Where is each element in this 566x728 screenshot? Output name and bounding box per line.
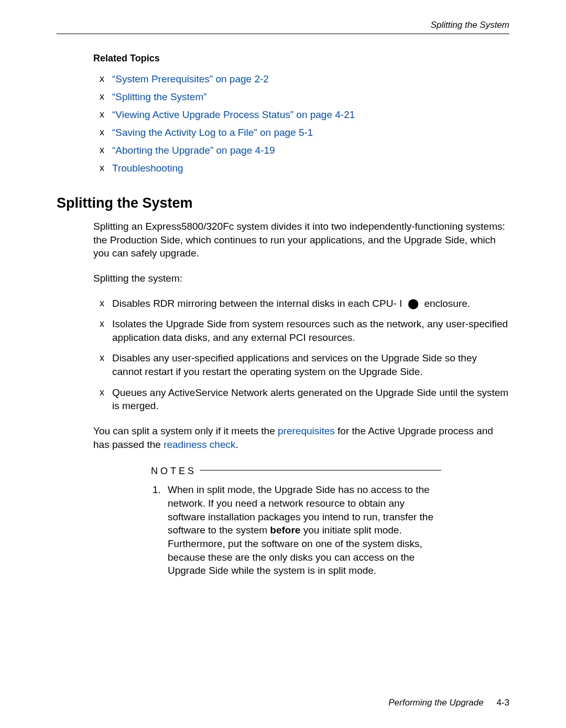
- prerequisites-link[interactable]: prerequisites: [278, 425, 335, 436]
- footer-chapter: Performing the Upgrade: [388, 698, 483, 708]
- topic-link[interactable]: “Aborting the Upgrade” on page 4-19: [112, 145, 275, 156]
- topic-link[interactable]: Troubleshooting: [112, 163, 183, 174]
- notes-label: NOTES: [151, 466, 197, 477]
- readiness-check-link[interactable]: readiness check: [164, 439, 235, 450]
- list-item: “Splitting the System”: [100, 91, 509, 103]
- topic-link[interactable]: “Splitting the System”: [112, 91, 207, 102]
- list-item: When in split mode, the Upgrade Side has…: [164, 483, 441, 577]
- page-footer: Performing the Upgrade 4-3: [388, 698, 509, 708]
- splitting-bullets: Disables RDR mirroring between the inter…: [100, 297, 509, 413]
- text-fragment: You can split a system only if it meets …: [93, 425, 278, 436]
- related-topics-heading: Related Topics: [93, 53, 509, 64]
- list-item: Disables any user-specified applications…: [100, 351, 509, 378]
- list-item: Queues any ActiveService Network alerts …: [100, 386, 509, 413]
- text-bold: before: [270, 524, 300, 536]
- topic-link[interactable]: “System Prerequisites” on page 2-2: [112, 73, 269, 84]
- notes-rule: [200, 470, 441, 470]
- related-topics-list: “System Prerequisites” on page 2-2 “Spli…: [100, 73, 509, 174]
- after-bullets-paragraph: You can split a system only if it meets …: [93, 424, 509, 451]
- list-item: Troubleshooting: [100, 163, 509, 174]
- intro-paragraph: Splitting an Express5800/320Fc system di…: [93, 220, 509, 260]
- notes-block: NOTES When in split mode, the Upgrade Si…: [151, 466, 441, 577]
- list-item: “Saving the Activity Log to a File” on p…: [100, 127, 509, 138]
- footer-page-number: 4-3: [496, 698, 509, 708]
- topic-link[interactable]: “Saving the Activity Log to a File” on p…: [112, 127, 313, 138]
- list-item: “Aborting the Upgrade” on page 4-19: [100, 145, 509, 156]
- lead-paragraph: Splitting the system:: [93, 272, 509, 285]
- list-item: Isolates the Upgrade Side from system re…: [100, 317, 509, 344]
- list-item: Disables RDR mirroring between the inter…: [100, 297, 509, 311]
- list-item: “System Prerequisites” on page 2-2: [100, 73, 509, 85]
- running-header: Splitting the System: [57, 20, 509, 30]
- text-fragment: .: [235, 439, 238, 450]
- list-item: “Viewing Active Upgrade Process Status” …: [100, 109, 509, 121]
- notes-list: When in split mode, the Upgrade Side has…: [164, 483, 441, 577]
- notes-heading-row: NOTES: [151, 466, 441, 477]
- section-heading: Splitting the System: [57, 195, 509, 211]
- topic-link[interactable]: “Viewing Active Upgrade Process Status” …: [112, 109, 355, 120]
- header-rule: [57, 34, 509, 34]
